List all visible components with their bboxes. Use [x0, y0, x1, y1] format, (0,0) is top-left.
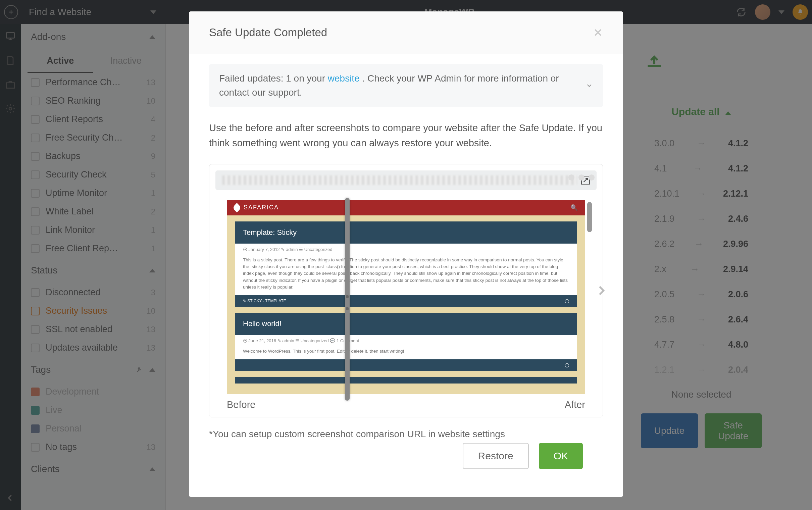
- safe-update-modal: Safe Update Completed Failed updates: 1 …: [189, 11, 623, 497]
- ok-button[interactable]: OK: [539, 443, 583, 469]
- modal-note: *You can setup custom screenshot compari…: [209, 429, 603, 440]
- chevron-down-icon[interactable]: [585, 81, 593, 90]
- search-icon: 🔍: [571, 204, 578, 211]
- before-label: Before: [227, 399, 255, 410]
- dot[interactable]: [578, 174, 584, 180]
- before-after-labels: Before After: [213, 394, 599, 410]
- preview-site-header: SAFARICA 🔍: [227, 200, 585, 216]
- website-link[interactable]: website: [328, 73, 360, 84]
- restore-button[interactable]: Restore: [463, 443, 529, 469]
- preview-comparison[interactable]: SAFARICA 🔍 Template: Sticky ⦿ January 7,…: [227, 200, 585, 394]
- modal-overlay: Safe Update Completed Failed updates: 1 …: [0, 0, 812, 510]
- dot[interactable]: [569, 174, 575, 180]
- modal-header: Safe Update Completed: [189, 11, 623, 54]
- circle-icon: ◯: [565, 299, 569, 303]
- comparison-box: SAFARICA 🔍 Template: Sticky ⦿ January 7,…: [209, 164, 603, 417]
- url-bar: [215, 170, 597, 190]
- site-preview: SAFARICA 🔍 Template: Sticky ⦿ January 7,…: [227, 200, 585, 394]
- failed-updates-banner[interactable]: Failed updates: 1 on your website . Chec…: [209, 64, 603, 107]
- modal-body: Failed updates: 1 on your website . Chec…: [189, 54, 623, 497]
- comparison-slider-handle[interactable]: [345, 198, 350, 401]
- circle-icon: ◯: [565, 363, 569, 367]
- modal-title: Safe Update Completed: [209, 26, 327, 39]
- preview-post: Template: Sticky ⦿ January 7, 2012 ✎ adm…: [235, 222, 577, 307]
- close-button[interactable]: [593, 28, 603, 37]
- chevron-right-icon: [594, 284, 608, 297]
- banner-text: Failed updates: 1 on your website . Chec…: [219, 72, 585, 100]
- after-label: After: [565, 399, 585, 410]
- modal-description: Use the before and after screenshots to …: [209, 120, 603, 151]
- close-icon: [593, 28, 603, 37]
- modal-footer: Restore OK: [209, 440, 603, 486]
- leaf-icon: [232, 203, 241, 213]
- blurred-url: [222, 175, 577, 185]
- next-screenshot-button[interactable]: [594, 284, 608, 297]
- dot[interactable]: [588, 174, 594, 180]
- preview-scrollbar[interactable]: [587, 202, 592, 232]
- preview-post: Hello world! ⦿ June 21, 2016 ✎ admin ☰ U…: [235, 313, 577, 371]
- carousel-dots: [569, 174, 594, 180]
